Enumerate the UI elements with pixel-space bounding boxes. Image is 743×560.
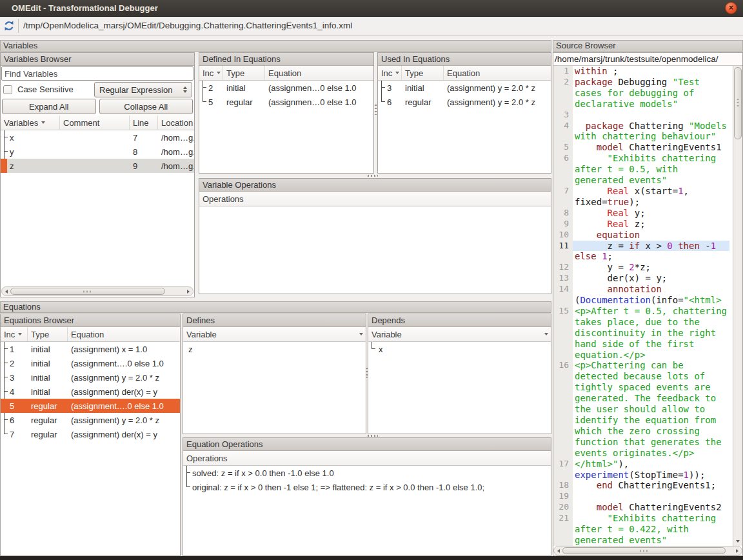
line-number: 17 xyxy=(553,459,573,481)
line-number: 11 xyxy=(553,241,573,252)
table-row[interactable]: x xyxy=(368,342,551,356)
line-number: 3 xyxy=(553,110,573,121)
table-row[interactable]: 6regular(assignment) y = 2.0 * z xyxy=(1,413,180,427)
h-scrollbar[interactable] xyxy=(1,286,193,296)
scrollbar-thumb[interactable] xyxy=(734,67,742,139)
table-row[interactable]: 5regular(assignment….0 else 1.0 xyxy=(1,399,180,413)
column-header-equation[interactable]: Equation xyxy=(444,66,551,80)
column-header-inc[interactable]: Inc xyxy=(378,66,402,80)
column-header-operations[interactable]: Operations xyxy=(183,451,551,465)
column-header-comment[interactable]: Comment xyxy=(60,115,130,130)
line-number: 14 xyxy=(553,284,573,306)
column-header-line[interactable]: Line xyxy=(130,115,158,130)
h-scrollbar[interactable] xyxy=(553,546,742,555)
variables-browser-panel: Variables Browser Case Sensitive Regular… xyxy=(0,52,195,297)
used-in-equations-panel: Used In Equations IncTypeEquation 3initi… xyxy=(377,52,551,174)
table-row[interactable]: 1initial(assignment) x = 1.0 xyxy=(1,342,180,356)
equations-table-header: IncTypeEquation xyxy=(1,327,180,342)
sort-desc-icon xyxy=(359,333,363,335)
line-number: 16 xyxy=(553,360,573,458)
defines-header: Variable xyxy=(183,327,366,342)
defines-rows: z xyxy=(183,342,366,434)
line-number: 9 xyxy=(553,219,573,230)
collapse-all-button[interactable]: Collapse All xyxy=(99,99,193,114)
variable-operations-rows xyxy=(199,206,551,294)
column-header-type[interactable]: Type xyxy=(402,66,444,80)
reload-icon[interactable] xyxy=(3,20,15,32)
column-header-location[interactable]: Location xyxy=(158,115,194,130)
table-row[interactable]: 4initial(assignment) der(x) = y xyxy=(1,385,180,399)
line-number: 2 xyxy=(553,77,573,110)
case-sensitive-checkbox[interactable] xyxy=(3,85,12,94)
code-line: 9 Real z; xyxy=(553,219,733,230)
column-header-inc[interactable]: Inc xyxy=(199,66,223,80)
table-row[interactable]: z9/hom…g. xyxy=(1,159,194,173)
column-header-equation[interactable]: Equation xyxy=(265,66,373,80)
scroll-left-icon[interactable] xyxy=(555,546,562,555)
column-header-type[interactable]: Type xyxy=(28,327,68,341)
code-lines[interactable]: 1within ;2package Debugging "Test cases … xyxy=(553,66,733,546)
equations-browser-title: Equations Browser xyxy=(1,314,180,327)
code-line: 20 model ChatteringEvents2 xyxy=(553,502,733,513)
v-scrollbar[interactable] xyxy=(733,66,742,546)
scrollbar-thumb[interactable] xyxy=(10,288,165,295)
column-header-type[interactable]: Type xyxy=(223,66,265,80)
sort-desc-icon xyxy=(217,72,221,74)
code-line: 14 annotation (Documentation(info="<html… xyxy=(553,284,733,306)
scroll-left-icon[interactable] xyxy=(3,287,10,295)
line-number: 21 xyxy=(553,513,573,546)
file-path: /tmp/OpenModelica_marsj/OMEdit/Debugging… xyxy=(23,17,352,35)
table-row[interactable]: 3initial(assignment) y = 2.0 * z xyxy=(378,81,551,95)
find-variables-input[interactable] xyxy=(1,66,193,81)
column-header-equation[interactable]: Equation xyxy=(68,327,180,341)
equations-browser-panel: Equations Browser IncTypeEquation 1initi… xyxy=(0,314,181,556)
regex-dropdown[interactable]: Regular Expression xyxy=(94,82,192,97)
table-row[interactable]: y8/hom…g. xyxy=(1,145,194,159)
defines-panel: Defines Variable z xyxy=(183,314,366,434)
window-titlebar[interactable]: OMEdit - Transformational Debugger × xyxy=(0,0,743,17)
table-row[interactable]: x7/hom…g. xyxy=(1,130,194,145)
defined-in-equations-panel: Defined In Equations IncTypeEquation 2in… xyxy=(199,52,374,174)
search-options-row: Case Sensitive Regular Expression xyxy=(1,81,194,98)
operation-row[interactable]: solved: z = if x > 0.0 then -1.0 else 1.… xyxy=(183,466,551,480)
code-editor[interactable]: 1within ;2package Debugging "Test cases … xyxy=(553,66,742,546)
table-row[interactable]: 7regular(assignment) der(x) = y xyxy=(1,427,180,441)
line-number: 4 xyxy=(553,121,573,143)
table-row[interactable]: 2initial(assignment….0 else 1.0 xyxy=(1,356,180,370)
code-line: 4 package Chattering "Models with chatte… xyxy=(553,121,733,143)
code-line: 21 "Exhibits chattering after t = 0.422,… xyxy=(553,513,733,546)
column-header-inc[interactable]: Inc xyxy=(1,327,28,341)
spinner-icon xyxy=(183,86,187,93)
code-line: 3 xyxy=(553,110,733,121)
table-row[interactable]: z xyxy=(183,342,366,356)
scroll-right-icon[interactable] xyxy=(733,546,741,555)
splitter-handle[interactable] xyxy=(375,105,377,115)
line-number: 10 xyxy=(553,230,573,241)
operation-row[interactable]: original: z = if x > 0 then -1 else 1; =… xyxy=(183,480,551,494)
expand-all-button[interactable]: Expand All xyxy=(2,99,96,114)
sort-desc-icon xyxy=(395,72,399,74)
depends-header: Variable xyxy=(368,327,551,342)
column-header-variable[interactable]: Variable xyxy=(368,327,551,341)
source-path: /home/marsj/trunk/testsuite/openmodelica… xyxy=(553,53,742,66)
column-header-variable[interactable]: Variable xyxy=(183,327,366,341)
scroll-down-icon[interactable] xyxy=(733,537,742,545)
table-row[interactable]: 5regular(assignmen…0 else 1.0 xyxy=(199,95,373,109)
column-header-variables[interactable]: Variables xyxy=(1,115,60,130)
table-row[interactable]: 2initial(assignmen…0 else 1.0 xyxy=(199,81,373,95)
splitter-handle[interactable] xyxy=(368,175,378,177)
column-header-operations[interactable]: Operations xyxy=(199,192,551,206)
line-number: 1 xyxy=(553,66,573,77)
scroll-right-icon[interactable] xyxy=(184,287,192,295)
code-line: 16<p>Chattering can be detected because … xyxy=(553,360,733,458)
table-row[interactable]: 6regular(assignment) y = 2.0 * z xyxy=(378,95,551,109)
close-button[interactable]: × xyxy=(725,2,737,14)
table-row[interactable]: 3initial(assignment) y = 2.0 * z xyxy=(1,370,180,385)
scrollbar-thumb[interactable] xyxy=(562,547,726,554)
splitter-handle[interactable] xyxy=(366,368,368,378)
equations-table-rows: 1initial(assignment) x = 1.02initial(ass… xyxy=(1,342,180,555)
splitter-handle[interactable] xyxy=(368,435,378,437)
used-in-equations-title: Used In Equations xyxy=(378,53,551,66)
variables-group-header: Variables xyxy=(0,40,551,52)
depends-panel: Depends Variable x xyxy=(368,314,551,434)
